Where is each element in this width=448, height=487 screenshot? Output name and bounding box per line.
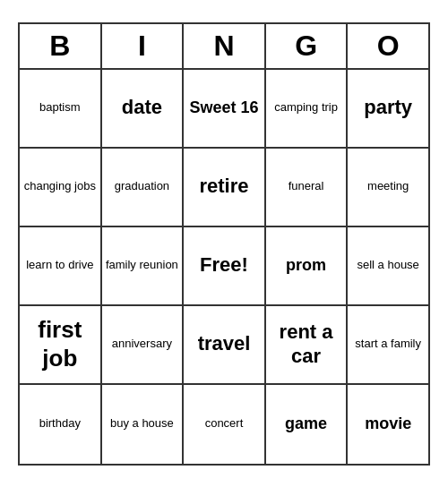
bingo-cell: sell a house: [348, 227, 428, 306]
cell-text: Free!: [200, 253, 248, 277]
cell-text: retire: [199, 175, 248, 198]
bingo-row: learn to drivefamily reunionFree!promsel…: [20, 227, 428, 306]
bingo-cell: graduation: [102, 149, 185, 227]
cell-text: learn to drive: [26, 258, 93, 273]
bingo-cell: funeral: [266, 149, 349, 227]
bingo-cell: prom: [266, 227, 349, 306]
bingo-cell: party: [348, 70, 428, 149]
header-letter: N: [184, 24, 266, 70]
bingo-cell: first job: [20, 306, 102, 385]
bingo-header: BINGO: [20, 24, 428, 70]
bingo-cell: Free!: [184, 227, 266, 306]
cell-text: funeral: [289, 179, 324, 194]
cell-text: buy a house: [110, 416, 174, 431]
cell-text: game: [285, 414, 327, 434]
bingo-cell: anniversary: [102, 306, 185, 385]
cell-text: party: [364, 96, 412, 119]
cell-text: family reunion: [106, 258, 178, 273]
bingo-cell: learn to drive: [20, 227, 102, 306]
cell-text: prom: [286, 256, 326, 276]
bingo-cell: rent a car: [266, 306, 349, 385]
cell-text: date: [122, 96, 162, 119]
cell-text: changing jobs: [24, 179, 96, 194]
header-letter: G: [266, 24, 349, 70]
bingo-grid: baptismdateSweet 16camping trippartychan…: [20, 70, 428, 464]
cell-text: first job: [23, 316, 97, 372]
cell-text: meeting: [367, 179, 409, 194]
bingo-cell: movie: [348, 385, 428, 464]
bingo-row: changing jobsgraduationretirefuneralmeet…: [20, 149, 428, 227]
cell-text: birthday: [39, 416, 81, 431]
cell-text: rent a car: [270, 320, 343, 368]
cell-text: sell a house: [357, 258, 418, 273]
bingo-cell: concert: [184, 385, 266, 464]
cell-text: graduation: [115, 179, 169, 194]
bingo-card: BINGO baptismdateSweet 16camping trippar…: [18, 22, 430, 466]
bingo-row: first jobanniversarytravelrent a carstar…: [20, 306, 428, 385]
cell-text: concert: [205, 416, 244, 431]
bingo-cell: family reunion: [102, 227, 185, 306]
bingo-cell: game: [266, 385, 349, 464]
bingo-cell: date: [102, 70, 185, 149]
cell-text: camping trip: [274, 100, 338, 115]
bingo-cell: travel: [184, 306, 266, 385]
bingo-cell: meeting: [348, 149, 428, 227]
cell-text: movie: [365, 414, 411, 434]
bingo-cell: Sweet 16: [184, 70, 266, 149]
bingo-cell: camping trip: [266, 70, 349, 149]
bingo-cell: start a family: [348, 306, 428, 385]
cell-text: travel: [198, 332, 251, 355]
header-letter: B: [20, 24, 102, 70]
bingo-cell: changing jobs: [20, 149, 102, 227]
header-letter: I: [102, 24, 185, 70]
cell-text: anniversary: [112, 337, 172, 352]
header-letter: O: [348, 24, 428, 70]
bingo-cell: buy a house: [102, 385, 185, 464]
bingo-cell: baptism: [20, 70, 102, 149]
bingo-cell: birthday: [20, 385, 102, 464]
bingo-row: baptismdateSweet 16camping tripparty: [20, 70, 428, 149]
cell-text: baptism: [39, 100, 81, 115]
bingo-cell: retire: [184, 149, 266, 227]
cell-text: Sweet 16: [189, 98, 258, 118]
bingo-row: birthdaybuy a houseconcertgamemovie: [20, 385, 428, 464]
cell-text: start a family: [355, 337, 421, 352]
